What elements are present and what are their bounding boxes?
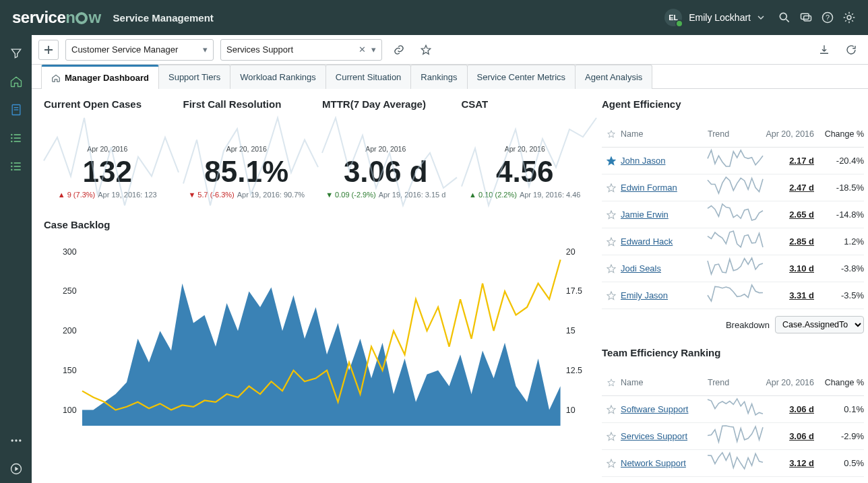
trend-sparkline xyxy=(708,150,766,171)
star-button[interactable] xyxy=(602,183,621,193)
breakdown-select[interactable]: Case.AssignedTo xyxy=(775,316,864,333)
search-icon xyxy=(778,11,791,24)
nav-more[interactable] xyxy=(0,426,32,455)
nav-home[interactable] xyxy=(0,67,32,96)
nav-play[interactable] xyxy=(0,455,32,483)
metric-value[interactable]: 3.12 d xyxy=(766,458,814,468)
tab-agent-analysis[interactable]: Agent Analysis xyxy=(575,65,652,89)
metric-value[interactable]: 2.85 d xyxy=(766,236,814,247)
svg-text:17.5: 17.5 xyxy=(566,287,582,296)
metric-value[interactable]: 2.65 d xyxy=(766,210,814,220)
toolbar: Customer Service Manager ▾ Services Supp… xyxy=(32,35,868,65)
tab-support-tiers[interactable]: Support Tiers xyxy=(158,65,230,89)
star-button[interactable] xyxy=(602,431,621,442)
play-icon xyxy=(9,462,23,476)
svg-point-1 xyxy=(780,13,786,20)
trend-sparkline xyxy=(708,231,766,252)
clear-icon[interactable]: ✕ xyxy=(359,44,366,55)
tab-manager-dashboard[interactable]: Manager Dashboard xyxy=(41,65,159,89)
star-button[interactable] xyxy=(602,210,621,220)
svg-rect-4 xyxy=(804,16,811,22)
table-row: Jodi Seals 3.10 d -3.8% xyxy=(602,255,864,282)
svg-point-16 xyxy=(11,141,13,143)
tab-rankings[interactable]: Rankings xyxy=(410,65,467,89)
team-link[interactable]: Services Support xyxy=(621,431,687,441)
avatar: EL xyxy=(664,9,682,26)
kpi-card[interactable]: MTTR(7 Day Average) Apr 20, 2016 3.06 d … xyxy=(322,98,450,199)
star-icon xyxy=(607,129,616,139)
agent-link[interactable]: Emily Jason xyxy=(621,290,668,300)
metric-value[interactable]: 2.47 d xyxy=(766,183,814,193)
star-button[interactable] xyxy=(602,156,621,166)
team-link[interactable]: Network Support xyxy=(621,458,686,468)
tab-workload-rankings[interactable]: Workload Rankings xyxy=(230,65,326,89)
metric-value[interactable]: 3.06 d xyxy=(766,404,814,414)
kpi-title: MTTR(7 Day Average) xyxy=(322,98,450,110)
link-button[interactable] xyxy=(389,40,409,60)
nav-list-1[interactable] xyxy=(0,124,32,152)
refresh-button[interactable] xyxy=(841,40,861,60)
chat-icon xyxy=(799,11,813,24)
agent-link[interactable]: Edwin Forman xyxy=(621,183,677,193)
kpi-card[interactable]: CSAT Apr 20, 2016 4.56 ▲ 0.10 (2.2%)Apr … xyxy=(462,98,589,199)
svg-point-23 xyxy=(11,439,13,441)
agent-efficiency-title: Agent Efficiency xyxy=(602,98,864,110)
tab-current-situation[interactable]: Current Situation xyxy=(326,65,412,89)
svg-point-7 xyxy=(847,15,851,20)
kpi-title: First Call Resolution xyxy=(183,98,311,110)
case-backlog-chart[interactable]: 1001502002503001012.51517.520 xyxy=(44,237,588,439)
svg-text:150: 150 xyxy=(63,366,77,375)
svg-point-25 xyxy=(19,439,21,441)
kpi-card[interactable]: Current Open Cases Apr 20, 2016 132 ▲ 9 … xyxy=(44,98,171,199)
filter-icon xyxy=(9,46,23,60)
metric-value[interactable]: 3.31 d xyxy=(766,290,814,300)
trend-sparkline xyxy=(708,453,766,474)
favorite-button[interactable] xyxy=(416,40,436,60)
kpi-row: Current Open Cases Apr 20, 2016 132 ▲ 9 … xyxy=(44,98,588,199)
chat-button[interactable] xyxy=(795,7,817,28)
user-name: Emily Lockhart xyxy=(689,12,751,23)
agent-link[interactable]: Edward Hack xyxy=(621,236,673,247)
svg-text:20: 20 xyxy=(566,247,576,257)
nav-list-2[interactable] xyxy=(0,152,32,181)
chevron-down-icon: ▾ xyxy=(203,44,208,55)
team-link[interactable]: Software Support xyxy=(621,404,688,414)
agent-link[interactable]: John Jason xyxy=(621,156,666,166)
download-button[interactable] xyxy=(814,40,834,60)
service-picker[interactable]: Services Support ✕ ▾ xyxy=(220,39,382,61)
star-button[interactable] xyxy=(602,236,621,247)
star-button[interactable] xyxy=(602,404,621,415)
service-picker-label: Services Support xyxy=(226,44,293,55)
plus-icon xyxy=(44,45,53,55)
settings-button[interactable] xyxy=(838,7,860,28)
add-button[interactable] xyxy=(38,40,59,60)
left-nav xyxy=(0,35,32,483)
svg-text:250: 250 xyxy=(63,287,77,296)
role-picker[interactable]: Customer Service Manager ▾ xyxy=(65,39,214,61)
trend-sparkline xyxy=(708,285,766,306)
svg-point-22 xyxy=(11,169,13,171)
metric-value[interactable]: 3.06 d xyxy=(766,431,814,441)
help-button[interactable]: ? xyxy=(817,7,838,28)
star-button[interactable] xyxy=(602,290,621,301)
user-menu[interactable]: EL Emily Lockhart xyxy=(664,9,764,26)
star-button[interactable] xyxy=(602,263,621,274)
metric-value[interactable]: 2.17 d xyxy=(766,156,814,166)
trend-sparkline xyxy=(708,177,766,198)
agent-link[interactable]: Jodi Seals xyxy=(621,263,661,273)
search-button[interactable] xyxy=(774,7,795,28)
star-button[interactable] xyxy=(602,458,621,469)
metric-change: -18.5% xyxy=(814,183,864,193)
table-row: Software Support 3.06 d 0.1% xyxy=(602,396,864,423)
svg-text:200: 200 xyxy=(63,327,77,336)
metric-value[interactable]: 3.10 d xyxy=(766,263,814,273)
tab-service-center-metrics[interactable]: Service Center Metrics xyxy=(467,65,576,89)
home-icon xyxy=(51,73,61,83)
kpi-card[interactable]: First Call Resolution Apr 20, 2016 85.1%… xyxy=(183,98,311,199)
agent-link[interactable]: Jamie Erwin xyxy=(621,210,669,220)
nav-document[interactable] xyxy=(0,96,32,124)
nav-filter[interactable] xyxy=(0,39,32,67)
metric-change: 0.5% xyxy=(814,458,864,468)
home-icon xyxy=(9,75,23,88)
document-icon xyxy=(9,103,23,117)
